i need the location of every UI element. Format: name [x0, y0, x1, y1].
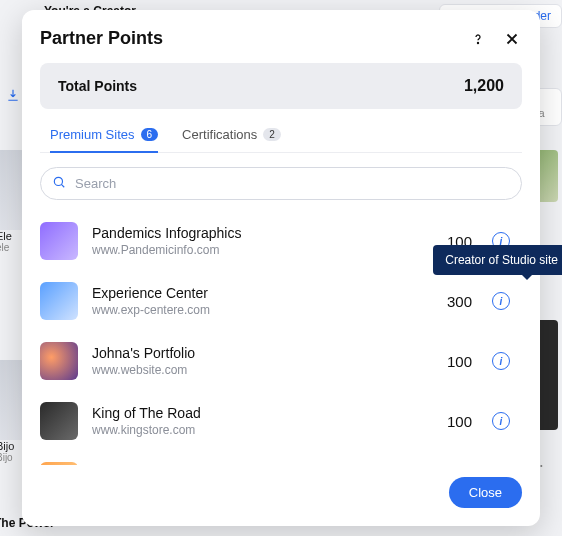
help-icon[interactable] [468, 29, 488, 49]
site-points: 300 [447, 293, 472, 310]
total-points-row: Total Points 1,200 [40, 63, 522, 109]
download-icon[interactable] [6, 88, 20, 106]
tab-label: Premium Sites [50, 127, 135, 142]
search-input[interactable] [40, 167, 522, 200]
site-points: 100 [447, 413, 472, 430]
site-name: Pandemics Infographics [92, 225, 433, 241]
site-name: King of The Road [92, 405, 433, 421]
tab-label: Certifications [182, 127, 257, 142]
close-icon[interactable] [502, 29, 522, 49]
svg-point-1 [477, 42, 478, 43]
close-button[interactable]: Close [449, 477, 522, 508]
modal-title: Partner Points [40, 28, 163, 49]
total-label: Total Points [58, 78, 137, 94]
tab-certifications[interactable]: Certifications 2 [182, 127, 281, 152]
search-wrap [40, 167, 522, 200]
total-value: 1,200 [464, 77, 504, 95]
svg-point-2 [54, 177, 62, 185]
info-icon[interactable]: i [492, 352, 510, 370]
site-url: www.Pandemicinfo.com [92, 243, 433, 257]
site-thumbnail [40, 222, 78, 260]
list-item: King of The Road www.kingstore.com 100 i [40, 394, 510, 454]
site-url: www.exp-centere.com [92, 303, 433, 317]
site-points: 100 [447, 353, 472, 370]
list-item: AI Digital www.ai-digital.com 300 i [40, 454, 510, 465]
tab-count-badge: 2 [263, 128, 281, 141]
list-item: Experience Center www.exp-centere.com 30… [40, 274, 510, 334]
site-thumbnail [40, 402, 78, 440]
site-url: www.kingstore.com [92, 423, 433, 437]
site-url: www.website.com [92, 363, 433, 377]
info-tooltip: Creator of Studio site [433, 245, 562, 275]
tabs: Premium Sites 6 Certifications 2 [40, 127, 522, 153]
search-icon [52, 175, 66, 193]
info-icon[interactable]: i [492, 292, 510, 310]
tab-premium-sites[interactable]: Premium Sites 6 [50, 127, 158, 152]
list-item: Johna's Portfolio www.website.com 100 i [40, 334, 510, 394]
site-name: Johna's Portfolio [92, 345, 433, 361]
site-thumbnail [40, 282, 78, 320]
tab-count-badge: 6 [141, 128, 159, 141]
site-thumbnail [40, 462, 78, 465]
site-name: Experience Center [92, 285, 433, 301]
info-icon[interactable]: i [492, 412, 510, 430]
site-thumbnail [40, 342, 78, 380]
